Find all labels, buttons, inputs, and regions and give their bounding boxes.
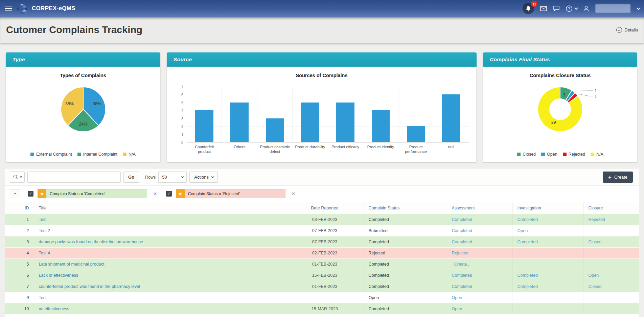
legend-item[interactable]: Rejected (563, 152, 585, 157)
category-label: Others (222, 144, 257, 154)
cell-link[interactable]: Completed (452, 284, 472, 289)
cell-assessment: Open (447, 292, 512, 303)
user-menu-chevron-icon[interactable] (637, 6, 640, 10)
svg-text:24%: 24% (79, 122, 87, 127)
create-label: Create (614, 175, 627, 180)
bar[interactable] (195, 110, 213, 142)
actions-button[interactable]: Actions (189, 172, 218, 183)
notifications-button[interactable]: 11 (523, 3, 534, 14)
mail-button[interactable] (540, 6, 547, 11)
cell-date-reported (286, 292, 364, 303)
cell-link[interactable]: Closed (589, 284, 602, 289)
cell-link[interactable]: Test (39, 295, 47, 300)
y-tick-label: 6 (181, 93, 183, 97)
user-button[interactable] (583, 5, 589, 12)
category-label: Product durability (293, 144, 328, 154)
bar[interactable] (442, 94, 460, 142)
cell-link[interactable]: Completed (518, 273, 538, 278)
legend-item[interactable]: N/A (123, 152, 136, 157)
cell-link[interactable]: Lack of effectiveness (39, 273, 78, 278)
filter-remove-icon[interactable] (153, 191, 157, 197)
filter-chip-label[interactable]: Complain Status = 'Rejected' (185, 189, 285, 198)
pie-legend: External ComplaintInternal ComplaintN/A (6, 152, 160, 157)
cell-link[interactable]: Rejected (589, 217, 605, 222)
cell-link[interactable]: Completed (518, 217, 538, 222)
cell-link[interactable]: Open (518, 228, 528, 233)
cell-link[interactable]: Completed (518, 284, 538, 289)
cell-link[interactable]: Open (452, 295, 462, 300)
cell-link[interactable]: Completed (452, 273, 472, 278)
help-menu-button[interactable]: ? (566, 5, 577, 12)
cell-link[interactable]: Open (452, 307, 462, 311)
bell-icon (526, 6, 531, 12)
menu-hamburger-icon[interactable] (5, 6, 12, 11)
table-row: 6Lack of effectiveness15-FEB-2023Complet… (5, 270, 639, 281)
column-header-closure[interactable]: Closure (583, 202, 639, 214)
cell-complain-status: Open (364, 292, 447, 303)
cell-link[interactable]: Closed (589, 240, 602, 244)
search-input[interactable] (27, 172, 121, 183)
cell-assessment: Open (447, 303, 512, 314)
cell-link[interactable]: no effectiveness (39, 307, 69, 311)
create-button[interactable]: + Create (603, 172, 633, 183)
legend-item[interactable]: Closed (517, 152, 536, 157)
cell-link[interactable]: Completed (452, 228, 472, 233)
cell-assessment: Completed (447, 281, 512, 292)
legend-item[interactable]: N/A (591, 152, 603, 157)
cell-link[interactable]: damage packs was found on the distributi… (39, 240, 143, 244)
closure-donut-chart[interactable]: 31129 (513, 81, 607, 138)
table-row: 3damage packs was found on the distribut… (5, 236, 639, 247)
bar[interactable] (266, 118, 284, 142)
column-header-id[interactable]: ID (5, 202, 34, 214)
filter-checkbox[interactable] (28, 191, 33, 197)
column-header-title[interactable]: Title (34, 202, 286, 214)
cell-link[interactable]: Completed (518, 240, 538, 244)
details-button[interactable]: ← Details (616, 27, 638, 33)
cell-link[interactable]: Completed (452, 217, 472, 222)
cell-id: 1 (5, 214, 34, 225)
column-header-assessment[interactable]: Assessment (447, 202, 512, 214)
go-button[interactable]: Go (123, 172, 139, 183)
cell-link[interactable]: Test 4 (39, 251, 50, 255)
cell-link[interactable]: Late shipment of medicinal product (39, 262, 105, 267)
cell-closure (583, 247, 639, 258)
legend-item[interactable]: Open (541, 152, 557, 157)
legend-label: Rejected (569, 152, 585, 157)
types-pie-chart[interactable]: 38%24%38% (54, 81, 112, 138)
bar[interactable] (301, 103, 319, 142)
filter-chip-label[interactable]: Complain Status = 'Completed' (46, 189, 147, 198)
column-header-investigation[interactable]: Investigation (512, 202, 583, 214)
filter-checkbox[interactable] (166, 191, 172, 197)
cell-investigation: Completed (512, 236, 583, 247)
bar[interactable] (372, 110, 390, 142)
search-column-button[interactable] (10, 172, 25, 183)
cell-link[interactable]: Completed (452, 240, 472, 244)
rows-select[interactable]: 50 (158, 172, 187, 183)
cell-investigation (512, 258, 583, 270)
cell-closure: Closed (583, 281, 639, 292)
cell-link[interactable]: Open (589, 273, 599, 278)
cell-link[interactable]: Test 2 (39, 228, 50, 233)
bar[interactable] (336, 103, 354, 142)
legend-item[interactable]: External Complaint (30, 152, 72, 157)
bar[interactable] (407, 126, 425, 142)
cell-link[interactable]: Rejected (452, 251, 468, 255)
plus-icon: + (608, 174, 612, 180)
bar[interactable] (230, 103, 249, 142)
filter-remove-icon[interactable] (292, 191, 296, 197)
column-header-date-reported[interactable]: Date Reported (286, 202, 364, 214)
pie-chart-title: Types of Complains (6, 73, 160, 78)
legend-label: External Complaint (36, 152, 72, 157)
column-header-complain-status[interactable]: Complain Status (364, 202, 447, 214)
legend-item[interactable]: Internal Complaint (77, 152, 117, 157)
cell-id: 6 (5, 270, 34, 281)
filters-dropdown-button[interactable] (10, 189, 20, 198)
cell-link[interactable]: counterfeited product was found in the p… (39, 284, 140, 289)
cell-link[interactable]: +Create.. (452, 262, 469, 267)
cell-title: Test 4 (34, 247, 286, 258)
chat-button[interactable] (553, 6, 560, 11)
cell-investigation: Completed (512, 281, 583, 292)
legend-label: Internal Complaint (83, 152, 117, 157)
sources-bar-chart[interactable]: 01234567 Counterfeit productOthersProduc… (175, 87, 469, 154)
cell-link[interactable]: Test (39, 217, 47, 222)
